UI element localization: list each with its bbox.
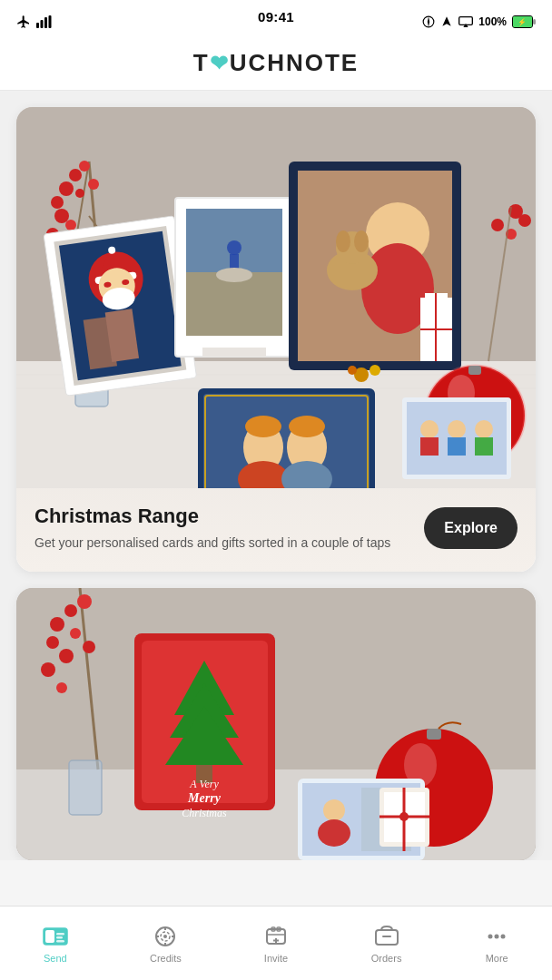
svg-point-57: [336, 230, 350, 252]
credits-nav-icon: [153, 924, 178, 949]
svg-point-104: [56, 682, 67, 693]
promo-text-area: Christmas Range Get your personalised ca…: [16, 488, 536, 572]
svg-rect-82: [420, 437, 439, 456]
svg-point-98: [77, 594, 92, 609]
svg-rect-84: [475, 437, 493, 456]
svg-rect-117: [427, 729, 441, 740]
nav-item-invite[interactable]: Invite: [221, 906, 331, 980]
logo-t: T: [193, 49, 210, 76]
svg-point-135: [163, 935, 167, 938]
signal-icon: [36, 15, 53, 28]
app-header: T❤UCHNOTE: [0, 40, 552, 91]
svg-rect-3: [49, 15, 52, 28]
svg-rect-2: [44, 17, 47, 28]
svg-point-79: [420, 420, 439, 438]
svg-point-127: [399, 812, 409, 821]
svg-rect-147: [382, 936, 391, 937]
promo-image-2-svg: A Very Merry Christmas: [16, 588, 536, 860]
nav-item-send[interactable]: Send: [0, 906, 111, 980]
svg-text:Christmas: Christmas: [182, 807, 227, 819]
svg-rect-132: [56, 940, 64, 943]
svg-point-18: [69, 169, 82, 181]
status-time: 09:41: [258, 9, 294, 24]
navigation-icon: [440, 15, 453, 28]
svg-point-75: [289, 416, 325, 437]
credits-nav-label: Credits: [150, 953, 182, 964]
christmas-scene-svg: THE MOST WONDERFUL TIME: [16, 107, 536, 488]
svg-rect-49: [202, 348, 266, 357]
svg-point-19: [79, 161, 90, 172]
svg-point-99: [46, 636, 59, 649]
svg-point-96: [50, 617, 64, 632]
svg-point-103: [41, 662, 55, 677]
explore-button[interactable]: Explore: [424, 507, 518, 549]
send-nav-label: Send: [44, 953, 67, 964]
svg-point-88: [491, 219, 504, 231]
nav-item-credits[interactable]: Credits: [111, 906, 222, 980]
svg-text:A Very: A Very: [189, 778, 219, 790]
promo-text-left: Christmas Range Get your personalised ca…: [34, 505, 411, 552]
svg-rect-131: [56, 936, 63, 939]
battery-icon: ⚡: [512, 15, 536, 28]
svg-point-120: [323, 799, 345, 821]
promo-card-2: A Very Merry Christmas: [16, 588, 536, 860]
svg-rect-66: [468, 366, 481, 375]
status-right-icons: 100% ⚡: [422, 15, 536, 28]
svg-point-87: [348, 366, 357, 375]
promo-card-christmas: THE MOST WONDERFUL TIME: [16, 107, 536, 572]
status-bar: 09:41 100% ⚡: [0, 0, 552, 40]
svg-point-20: [51, 196, 64, 209]
promo-card-title: Christmas Range: [34, 505, 411, 528]
svg-point-121: [318, 819, 350, 847]
promo-card-subtitle: Get your personalised cards and gifts so…: [34, 534, 411, 552]
svg-rect-1: [41, 20, 44, 28]
promo-image-christmas: THE MOST WONDERFUL TIME: [16, 107, 536, 488]
svg-point-97: [64, 604, 77, 617]
svg-point-21: [54, 209, 69, 223]
svg-rect-8: [533, 19, 536, 24]
svg-point-23: [75, 189, 84, 198]
svg-point-48: [216, 268, 252, 282]
svg-point-101: [70, 628, 81, 639]
nav-item-more[interactable]: More: [441, 906, 552, 980]
svg-point-74: [245, 416, 281, 437]
svg-rect-129: [45, 930, 54, 943]
svg-rect-0: [36, 23, 39, 28]
promo-image-2: A Very Merry Christmas: [16, 588, 536, 860]
svg-point-80: [448, 420, 466, 438]
location-icon: [422, 15, 435, 28]
bottom-navigation: Send Credits: [0, 906, 552, 980]
status-left-icons: [16, 15, 53, 29]
svg-rect-83: [448, 437, 466, 456]
svg-point-150: [501, 934, 506, 938]
orders-nav-icon: [374, 924, 399, 949]
battery-label: 100%: [478, 15, 507, 28]
send-nav-icon: [43, 924, 68, 949]
svg-point-148: [488, 934, 493, 938]
svg-point-81: [475, 420, 493, 438]
logo-rest: UCHNOTE: [230, 49, 360, 76]
nav-item-orders[interactable]: Orders: [331, 906, 442, 980]
invite-nav-icon: [263, 924, 289, 949]
svg-point-17: [59, 181, 74, 196]
svg-point-102: [83, 641, 95, 653]
more-nav-label: More: [486, 953, 508, 964]
svg-rect-130: [56, 933, 64, 936]
app-logo: T❤UCHNOTE: [0, 49, 552, 77]
orders-nav-label: Orders: [371, 953, 402, 964]
svg-rect-105: [69, 760, 102, 815]
svg-point-46: [227, 240, 242, 255]
svg-point-149: [495, 934, 499, 938]
svg-point-24: [88, 179, 99, 190]
svg-point-91: [518, 214, 531, 227]
svg-point-58: [354, 230, 369, 252]
svg-text:⚡: ⚡: [518, 17, 527, 26]
svg-point-86: [370, 365, 380, 376]
svg-point-100: [59, 649, 74, 663]
airplane-icon: [16, 15, 31, 29]
invite-nav-label: Invite: [264, 953, 288, 964]
airplay-icon: [458, 15, 473, 28]
logo-heart: ❤: [210, 51, 230, 75]
svg-point-22: [65, 220, 76, 230]
more-nav-icon: [484, 924, 509, 949]
